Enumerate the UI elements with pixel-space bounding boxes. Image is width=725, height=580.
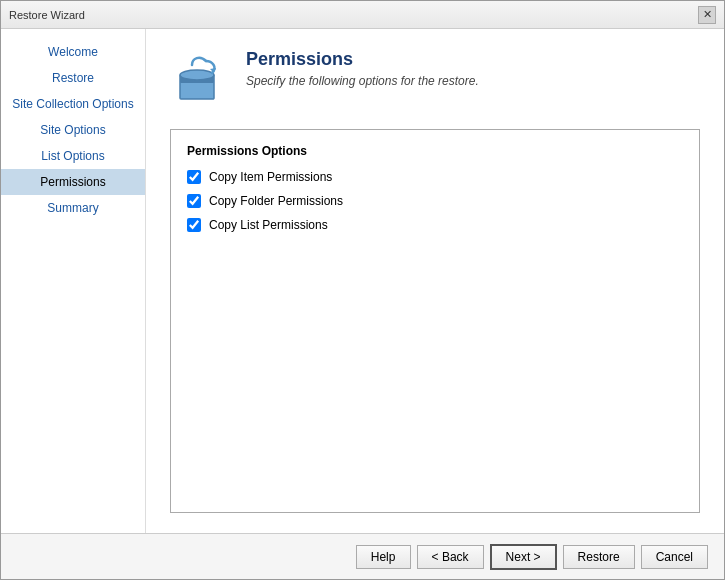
sidebar-item-permissions[interactable]: Permissions <box>1 169 145 195</box>
page-title: Permissions <box>246 49 479 70</box>
sidebar-item-summary[interactable]: Summary <box>1 195 145 221</box>
copy-list-permissions-checkbox[interactable] <box>187 218 201 232</box>
sidebar-item-list-options[interactable]: List Options <box>1 143 145 169</box>
checkbox-row-copy-list: Copy List Permissions <box>187 218 683 232</box>
restore-wizard-window: Restore Wizard ✕ Welcome Restore Site Co… <box>0 0 725 580</box>
help-button[interactable]: Help <box>356 545 411 569</box>
sidebar-item-site-options[interactable]: Site Options <box>1 117 145 143</box>
options-group-label: Permissions Options <box>187 144 683 158</box>
header-text: Permissions Specify the following option… <box>246 49 479 88</box>
next-button[interactable]: Next > <box>490 544 557 570</box>
checkbox-row-copy-folder: Copy Folder Permissions <box>187 194 683 208</box>
wizard-icon-area <box>170 49 230 109</box>
main-header: Permissions Specify the following option… <box>170 49 700 109</box>
sidebar-item-site-collection-options[interactable]: Site Collection Options <box>1 91 145 117</box>
copy-list-permissions-label[interactable]: Copy List Permissions <box>209 218 328 232</box>
sidebar-item-restore[interactable]: Restore <box>1 65 145 91</box>
title-bar: Restore Wizard ✕ <box>1 1 724 29</box>
page-subtitle: Specify the following options for the re… <box>246 74 479 88</box>
cancel-button[interactable]: Cancel <box>641 545 708 569</box>
main-panel: Permissions Specify the following option… <box>146 29 724 533</box>
copy-item-permissions-label[interactable]: Copy Item Permissions <box>209 170 332 184</box>
restore-button[interactable]: Restore <box>563 545 635 569</box>
content-area: Welcome Restore Site Collection Options … <box>1 29 724 533</box>
svg-point-2 <box>180 70 214 80</box>
copy-folder-permissions-checkbox[interactable] <box>187 194 201 208</box>
close-button[interactable]: ✕ <box>698 6 716 24</box>
wizard-icon <box>174 53 226 105</box>
copy-folder-permissions-label[interactable]: Copy Folder Permissions <box>209 194 343 208</box>
sidebar-item-welcome[interactable]: Welcome <box>1 39 145 65</box>
checkbox-row-copy-item: Copy Item Permissions <box>187 170 683 184</box>
copy-item-permissions-checkbox[interactable] <box>187 170 201 184</box>
footer: Help < Back Next > Restore Cancel <box>1 533 724 579</box>
sidebar: Welcome Restore Site Collection Options … <box>1 29 146 533</box>
options-panel: Permissions Options Copy Item Permission… <box>170 129 700 513</box>
window-title: Restore Wizard <box>9 9 85 21</box>
back-button[interactable]: < Back <box>417 545 484 569</box>
